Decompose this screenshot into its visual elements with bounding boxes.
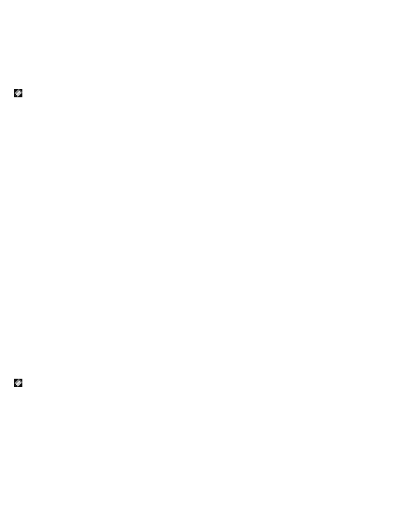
note-pencil-icon (14, 89, 22, 97)
note-pencil-icon (14, 379, 22, 387)
